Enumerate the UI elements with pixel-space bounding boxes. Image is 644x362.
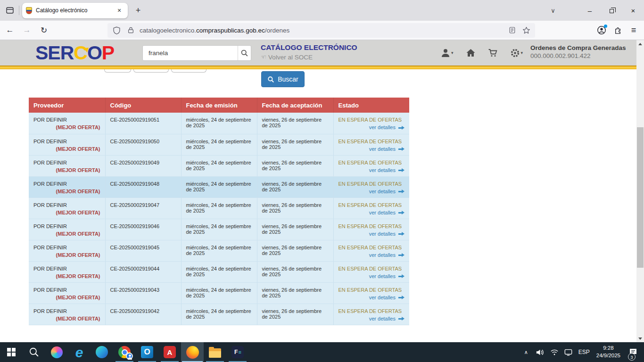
url-bar[interactable]: catalogoelectronico.compraspublicas.gob.… [107, 23, 535, 38]
ver-detalles-link[interactable]: ver detalles [369, 273, 396, 279]
wifi-icon [550, 348, 559, 356]
tray-expand-button[interactable]: ∧ [520, 342, 532, 362]
table-row[interactable]: POR DEFINIR(MEJOR OFERTA) CE-20250002919… [29, 304, 409, 325]
ver-detalles-link[interactable]: ver detalles [369, 316, 396, 321]
ver-detalles-link[interactable]: ver detalles [369, 252, 396, 258]
search-icon [240, 49, 248, 57]
page-scrollbar[interactable] [636, 40, 644, 342]
ver-detalles-link[interactable]: ver detalles [369, 295, 396, 300]
reader-view-icon[interactable] [507, 25, 517, 35]
ver-detalles-link[interactable]: ver detalles [369, 189, 396, 194]
arrow-right-icon [398, 276, 402, 277]
proveedor-value: POR DEFINIR [33, 308, 67, 314]
orders-table: Proveedor Código Fecha de emisión Fecha … [29, 98, 409, 325]
lock-icon[interactable] [125, 25, 136, 35]
tab-divider [19, 6, 19, 15]
ver-detalles-link[interactable]: ver detalles [369, 146, 396, 152]
volume-button[interactable] [534, 342, 546, 362]
sercop-logo[interactable]: SERCOP [35, 42, 114, 64]
ver-detalles-link[interactable]: ver detalles [369, 167, 396, 173]
ver-detalles-link[interactable]: ver detalles [369, 231, 396, 237]
minimize-button[interactable]: – [579, 0, 601, 21]
table-row[interactable]: POR DEFINIR(MEJOR OFERTA) CE-20250002919… [29, 113, 409, 134]
fecha-emision-cell: miércoles, 24 de septiembre de 2025 [181, 176, 257, 197]
home-button[interactable] [466, 48, 476, 58]
codigo-cell: CE-20250002919051 [105, 113, 181, 134]
start-button[interactable] [0, 342, 23, 362]
network-button[interactable] [548, 342, 561, 362]
catalog-search-button[interactable] [238, 46, 251, 60]
page-title: CATÁLOGO ELECTRÓNICO [261, 43, 357, 52]
folder-icon [209, 348, 221, 358]
scroll-down-button[interactable] [636, 335, 644, 342]
tab-close-icon[interactable]: × [115, 6, 124, 15]
table-row[interactable]: POR DEFINIR(MEJOR OFERTA) CE-20250002919… [29, 197, 409, 219]
back-button[interactable]: ← [3, 23, 17, 37]
bookmark-star-icon[interactable] [521, 25, 531, 35]
estado-value: EN ESPERA DE OFERTAS [339, 181, 405, 187]
accent-bar [0, 66, 644, 69]
fecha-aceptacion-cell: viernes, 26 de septiembre de 2025 [257, 134, 333, 155]
firefox-button[interactable] [181, 342, 204, 362]
close-button[interactable]: × [622, 0, 644, 21]
orders-table-body: POR DEFINIR(MEJOR OFERTA) CE-20250002919… [29, 113, 409, 325]
table-row[interactable]: POR DEFINIR(MEJOR OFERTA) CE-20250002919… [29, 219, 409, 240]
table-row[interactable]: POR DEFINIR(MEJOR OFERTA) CE-20250002919… [29, 176, 409, 197]
list-all-tabs-button[interactable]: ∨ [546, 3, 560, 17]
catalog-search-input[interactable] [143, 46, 238, 60]
table-row[interactable]: POR DEFINIR(MEJOR OFERTA) CE-20250002919… [29, 155, 409, 176]
cut-off-button[interactable] [133, 69, 169, 73]
acrobat-button[interactable]: A [158, 342, 181, 362]
scroll-up-button[interactable] [636, 40, 644, 48]
cut-off-button[interactable] [104, 69, 131, 73]
new-tab-button[interactable]: + [132, 4, 145, 17]
settings-menu-button[interactable]: ▾ [510, 48, 523, 58]
account-button[interactable] [595, 24, 608, 37]
scrollbar-thumb[interactable] [637, 127, 644, 268]
fecha-aceptacion-cell: viernes, 26 de septiembre de 2025 [257, 176, 333, 197]
table-row[interactable]: POR DEFINIR(MEJOR OFERTA) CE-20250002919… [29, 261, 409, 282]
estado-cell: EN ESPERA DE OFERTAS ver detalles [333, 282, 409, 304]
outlook-button[interactable]: O [136, 342, 158, 362]
buscar-button[interactable]: Buscar [261, 71, 305, 87]
table-row[interactable]: POR DEFINIR(MEJOR OFERTA) CE-20250002919… [29, 240, 409, 261]
ver-detalles-link[interactable]: ver detalles [369, 124, 396, 130]
language-indicator[interactable]: ESP [577, 342, 592, 362]
browser-tab[interactable]: Catálogo electrónico × [22, 3, 128, 18]
shield-icon[interactable] [111, 25, 122, 35]
mejor-oferta-label: (MEJOR OFERTA) [33, 146, 100, 152]
notification-center-button[interactable]: 3 [625, 342, 641, 362]
clock[interactable]: 9:28 24/9/2025 [594, 345, 623, 359]
chrome-button[interactable] [113, 342, 136, 362]
ver-detalles-link[interactable]: ver detalles [369, 210, 396, 215]
url-text: catalogoelectronico.compraspublicas.gob.… [140, 27, 503, 34]
chrome-profile-badge [126, 353, 133, 360]
firefox-view-button[interactable] [3, 3, 17, 17]
internet-explorer-button[interactable]: e [68, 342, 91, 362]
f-app-button[interactable]: F≡ [226, 342, 249, 362]
catalog-title-block: CATÁLOGO ELECTRÓNICO ☜Volver al SOCE [261, 43, 357, 61]
extensions-button[interactable] [611, 24, 624, 37]
cart-button[interactable] [488, 48, 498, 58]
display-connect-button[interactable] [562, 342, 575, 362]
table-row[interactable]: POR DEFINIR(MEJOR OFERTA) CE-20250002919… [29, 282, 409, 304]
proveedor-value: POR DEFINIR [33, 202, 67, 208]
taskbar-search-button[interactable] [23, 342, 45, 362]
speaker-icon [536, 348, 545, 357]
fecha-aceptacion-cell: viernes, 26 de septiembre de 2025 [257, 155, 333, 176]
estado-value: EN ESPERA DE OFERTAS [339, 139, 405, 144]
reload-button[interactable]: ↻ [37, 23, 51, 37]
mejor-oferta-label: (MEJOR OFERTA) [33, 252, 100, 258]
table-row[interactable]: POR DEFINIR(MEJOR OFERTA) CE-20250002919… [29, 134, 409, 155]
restore-button[interactable] [601, 0, 622, 21]
volver-soce-link[interactable]: ☜Volver al SOCE [261, 53, 357, 61]
cut-off-button[interactable] [171, 69, 206, 73]
tab-bar: Catálogo electrónico × + ∨ – × [0, 0, 644, 21]
user-menu-button[interactable]: ▾ [441, 48, 454, 58]
menu-button[interactable]: ≡ [627, 25, 640, 35]
copilot-button[interactable] [45, 342, 68, 362]
edge-button[interactable] [91, 342, 113, 362]
search-icon [267, 76, 274, 83]
forward-button[interactable]: → [20, 23, 34, 37]
file-explorer-button[interactable] [204, 342, 226, 362]
